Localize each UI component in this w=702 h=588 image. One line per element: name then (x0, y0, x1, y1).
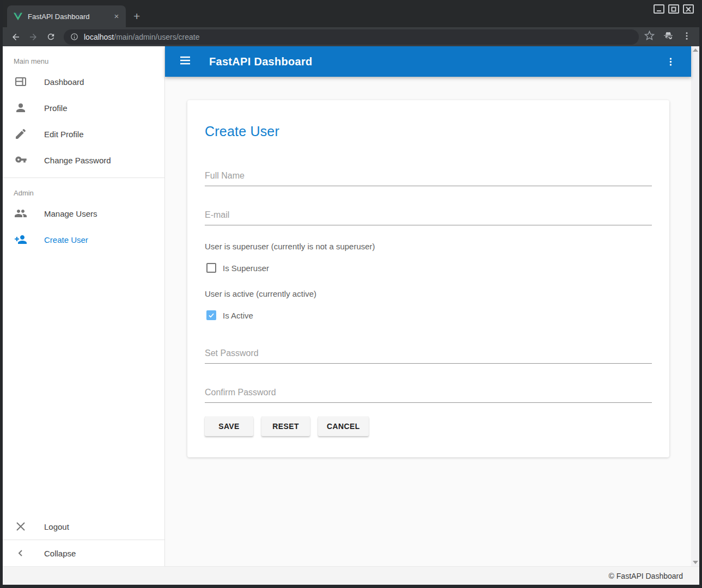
address-bar[interactable]: localhost/main/admin/users/create (64, 29, 639, 45)
form-buttons: SAVE RESET CANCEL (205, 416, 652, 436)
sidebar-item-label: Edit Profile (44, 130, 84, 139)
tab-close-icon[interactable]: × (112, 11, 121, 21)
reload-icon[interactable] (43, 29, 58, 45)
people-icon (14, 207, 27, 220)
page-body: Main menu Dashboard Profile Edit Profile (3, 46, 699, 566)
appbar-kebab-icon[interactable] (661, 52, 680, 71)
browser-tab[interactable]: FastAPI Dashboard × (7, 5, 126, 27)
window-controls (654, 4, 694, 14)
save-button[interactable]: SAVE (205, 416, 253, 436)
email-input[interactable] (205, 208, 652, 225)
copyright-text: © FastAPI Dashboard (609, 572, 683, 580)
incognito-icon (662, 30, 674, 44)
site-info-icon[interactable] (70, 33, 78, 41)
browser-menu-kebab-icon[interactable] (682, 31, 692, 43)
new-tab-button[interactable]: + (133, 10, 140, 23)
superuser-hint: User is superuser (currently is not a su… (205, 242, 652, 251)
url-host: localhost (84, 33, 114, 41)
reset-button[interactable]: RESET (261, 416, 310, 436)
sidebar: Main menu Dashboard Profile Edit Profile (3, 46, 165, 566)
sidebar-item-label: Logout (44, 522, 69, 531)
sidebar-item-collapse[interactable]: Collapse (3, 540, 164, 566)
sidebar-item-label: Dashboard (44, 77, 84, 87)
browser-tab-bar: FastAPI Dashboard × + (3, 0, 699, 27)
toolbar-right-icons (644, 30, 694, 44)
checkbox-unchecked-icon[interactable] (206, 263, 216, 273)
sidebar-item-label: Collapse (44, 549, 76, 558)
pencil-icon (14, 127, 27, 140)
sidebar-item-create-user[interactable]: Create User (3, 226, 164, 253)
full-name-input[interactable] (205, 169, 652, 186)
bookmark-star-icon[interactable] (644, 30, 655, 43)
sidebar-item-change-password[interactable]: Change Password (3, 147, 164, 173)
browser-toolbar: localhost/main/admin/users/create (3, 27, 699, 46)
url-path: /main/admin/users/create (114, 33, 199, 41)
card-title: Create User (205, 124, 652, 139)
forward-icon[interactable] (26, 29, 41, 45)
sidebar-item-edit-profile[interactable]: Edit Profile (3, 121, 164, 147)
minimize-button[interactable] (654, 4, 664, 14)
scrollbar-up-arrow-icon[interactable] (693, 48, 698, 52)
person-add-icon (14, 233, 27, 246)
active-hint: User is active (currently active) (205, 289, 652, 298)
maximize-button[interactable] (668, 4, 679, 14)
person-icon (14, 101, 27, 114)
checkbox-label: Is Superuser (223, 264, 269, 273)
close-x-icon (14, 520, 27, 533)
sidebar-bottom: Logout Collapse (3, 513, 164, 566)
sidebar-item-label: Manage Users (44, 209, 97, 218)
is-active-checkbox[interactable]: Is Active (206, 310, 652, 320)
create-user-card: Create User User is superuser (currently… (187, 100, 669, 457)
sidebar-item-label: Create User (44, 235, 88, 244)
sidebar-item-profile[interactable]: Profile (3, 95, 164, 121)
set-password-input[interactable] (205, 346, 652, 364)
app-bar: FastAPI Dashboard (165, 46, 691, 77)
sidebar-item-dashboard[interactable]: Dashboard (3, 69, 164, 95)
sidebar-item-label: Profile (44, 103, 68, 113)
key-icon (14, 154, 27, 167)
confirm-password-input[interactable] (205, 385, 652, 403)
back-icon[interactable] (8, 29, 23, 45)
checkbox-label: Is Active (223, 311, 253, 320)
tab-title: FastAPI Dashboard (28, 13, 112, 21)
is-superuser-checkbox[interactable]: Is Superuser (206, 263, 652, 273)
hamburger-menu-icon[interactable] (179, 54, 192, 69)
sidebar-section-main-menu: Main menu (3, 46, 164, 69)
page-footer: © FastAPI Dashboard (3, 566, 699, 585)
dashboard-icon (14, 75, 27, 88)
cancel-button[interactable]: CANCEL (318, 416, 369, 436)
url-text: localhost/main/admin/users/create (84, 33, 199, 41)
scrollbar-down-arrow-icon[interactable] (693, 561, 698, 564)
sidebar-item-logout[interactable]: Logout (3, 513, 164, 540)
main-area: FastAPI Dashboard Create User User is su… (165, 46, 691, 566)
checkbox-checked-icon[interactable] (206, 310, 216, 320)
appbar-title: FastAPI Dashboard (209, 56, 313, 68)
close-window-button[interactable] (683, 4, 694, 14)
page-scrollbar[interactable] (691, 46, 699, 566)
browser-window: FastAPI Dashboard × + (0, 0, 702, 588)
content-area: Create User User is superuser (currently… (165, 77, 691, 566)
sidebar-item-label: Change Password (44, 156, 111, 165)
sidebar-item-manage-users[interactable]: Manage Users (3, 200, 164, 226)
chevron-left-icon (14, 547, 27, 560)
vue-logo-icon (14, 13, 22, 21)
sidebar-section-admin: Admin (3, 178, 164, 200)
